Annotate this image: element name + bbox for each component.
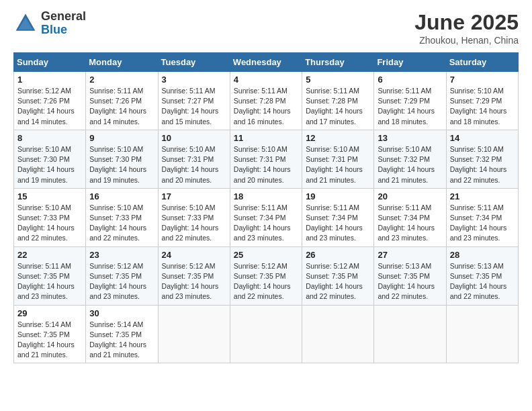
day-number: 26 <box>306 250 370 260</box>
day-info: Sunrise: 5:13 AMSunset: 7:35 PMDaylight:… <box>378 262 435 301</box>
day-number: 2 <box>89 75 154 85</box>
day-info: Sunrise: 5:10 AMSunset: 7:29 PMDaylight:… <box>450 87 507 126</box>
table-row: 23 Sunrise: 5:12 AMSunset: 7:35 PMDaylig… <box>86 246 158 305</box>
calendar-title: June 2025 <box>414 10 519 35</box>
day-number: 16 <box>89 191 154 201</box>
weekday-header-row: Sunday Monday Tuesday Wednesday Thursday… <box>14 53 519 72</box>
table-row: 14 Sunrise: 5:10 AMSunset: 7:32 PMDaylig… <box>446 130 518 188</box>
logo-general-text: General <box>41 10 86 24</box>
day-info: Sunrise: 5:12 AMSunset: 7:35 PMDaylight:… <box>234 262 291 301</box>
calendar-week-row: 15 Sunrise: 5:10 AMSunset: 7:33 PMDaylig… <box>14 188 519 246</box>
day-number: 29 <box>17 308 82 318</box>
logo-text: General Blue <box>41 10 86 37</box>
calendar-week-row: 1 Sunrise: 5:12 AMSunset: 7:26 PMDayligh… <box>14 72 519 130</box>
day-info: Sunrise: 5:11 AMSunset: 7:27 PMDaylight:… <box>162 87 219 126</box>
header-monday: Monday <box>86 53 158 72</box>
calendar-week-row: 8 Sunrise: 5:10 AMSunset: 7:30 PMDayligh… <box>14 130 519 188</box>
day-number: 18 <box>234 191 298 201</box>
table-row: 28 Sunrise: 5:13 AMSunset: 7:35 PMDaylig… <box>446 246 518 305</box>
table-row: 6 Sunrise: 5:11 AMSunset: 7:29 PMDayligh… <box>374 72 446 130</box>
logo-icon <box>13 11 38 36</box>
day-info: Sunrise: 5:11 AMSunset: 7:28 PMDaylight:… <box>234 87 291 126</box>
calendar-week-row: 22 Sunrise: 5:11 AMSunset: 7:35 PMDaylig… <box>14 246 519 305</box>
table-row: 21 Sunrise: 5:11 AMSunset: 7:34 PMDaylig… <box>446 188 518 246</box>
day-info: Sunrise: 5:10 AMSunset: 7:30 PMDaylight:… <box>17 145 75 184</box>
day-info: Sunrise: 5:10 AMSunset: 7:31 PMDaylight:… <box>306 145 363 184</box>
day-number: 21 <box>450 191 515 201</box>
table-row: 17 Sunrise: 5:10 AMSunset: 7:33 PMDaylig… <box>158 188 230 246</box>
day-info: Sunrise: 5:12 AMSunset: 7:35 PMDaylight:… <box>162 262 219 301</box>
table-row: 29 Sunrise: 5:14 AMSunset: 7:35 PMDaylig… <box>14 305 86 363</box>
day-info: Sunrise: 5:13 AMSunset: 7:35 PMDaylight:… <box>450 262 507 301</box>
header-friday: Friday <box>374 53 446 72</box>
table-row: 12 Sunrise: 5:10 AMSunset: 7:31 PMDaylig… <box>302 130 374 188</box>
day-info: Sunrise: 5:10 AMSunset: 7:33 PMDaylight:… <box>17 203 75 242</box>
table-row: 25 Sunrise: 5:12 AMSunset: 7:35 PMDaylig… <box>230 246 302 305</box>
day-info: Sunrise: 5:11 AMSunset: 7:26 PMDaylight:… <box>89 87 146 126</box>
day-number: 15 <box>17 191 82 201</box>
day-info: Sunrise: 5:10 AMSunset: 7:33 PMDaylight:… <box>162 203 219 242</box>
day-info: Sunrise: 5:11 AMSunset: 7:34 PMDaylight:… <box>306 203 363 242</box>
logo-blue-text: Blue <box>41 24 86 37</box>
day-number: 10 <box>162 133 226 143</box>
day-info: Sunrise: 5:11 AMSunset: 7:34 PMDaylight:… <box>450 203 507 242</box>
day-number: 6 <box>378 75 442 85</box>
table-row: 2 Sunrise: 5:11 AMSunset: 7:26 PMDayligh… <box>86 72 158 130</box>
day-number: 27 <box>378 250 442 260</box>
day-info: Sunrise: 5:10 AMSunset: 7:33 PMDaylight:… <box>89 203 146 242</box>
day-number: 25 <box>234 250 298 260</box>
day-number: 17 <box>162 191 226 201</box>
day-number: 28 <box>450 250 515 260</box>
calendar-subtitle: Zhoukou, Henan, China <box>414 35 519 46</box>
table-row: 16 Sunrise: 5:10 AMSunset: 7:33 PMDaylig… <box>86 188 158 246</box>
table-row: 3 Sunrise: 5:11 AMSunset: 7:27 PMDayligh… <box>158 72 230 130</box>
table-row <box>158 305 230 363</box>
day-info: Sunrise: 5:12 AMSunset: 7:26 PMDaylight:… <box>17 87 75 126</box>
table-row: 10 Sunrise: 5:10 AMSunset: 7:31 PMDaylig… <box>158 130 230 188</box>
day-info: Sunrise: 5:14 AMSunset: 7:35 PMDaylight:… <box>89 320 146 359</box>
title-block: June 2025 Zhoukou, Henan, China <box>414 10 519 46</box>
table-row: 24 Sunrise: 5:12 AMSunset: 7:35 PMDaylig… <box>158 246 230 305</box>
table-row <box>230 305 302 363</box>
day-info: Sunrise: 5:11 AMSunset: 7:28 PMDaylight:… <box>306 87 363 126</box>
day-info: Sunrise: 5:10 AMSunset: 7:32 PMDaylight:… <box>378 145 435 184</box>
calendar-table: Sunday Monday Tuesday Wednesday Thursday… <box>13 52 519 363</box>
day-number: 22 <box>17 250 82 260</box>
calendar-week-row: 29 Sunrise: 5:14 AMSunset: 7:35 PMDaylig… <box>14 305 519 363</box>
header-sunday: Sunday <box>14 53 86 72</box>
table-row: 30 Sunrise: 5:14 AMSunset: 7:35 PMDaylig… <box>86 305 158 363</box>
day-info: Sunrise: 5:11 AMSunset: 7:29 PMDaylight:… <box>378 87 435 126</box>
day-info: Sunrise: 5:10 AMSunset: 7:31 PMDaylight:… <box>162 145 219 184</box>
table-row: 8 Sunrise: 5:10 AMSunset: 7:30 PMDayligh… <box>14 130 86 188</box>
table-row: 4 Sunrise: 5:11 AMSunset: 7:28 PMDayligh… <box>230 72 302 130</box>
table-row: 18 Sunrise: 5:11 AMSunset: 7:34 PMDaylig… <box>230 188 302 246</box>
header-saturday: Saturday <box>446 53 518 72</box>
day-info: Sunrise: 5:14 AMSunset: 7:35 PMDaylight:… <box>17 320 75 359</box>
day-number: 3 <box>162 75 226 85</box>
day-info: Sunrise: 5:11 AMSunset: 7:34 PMDaylight:… <box>378 203 435 242</box>
day-number: 19 <box>306 191 370 201</box>
day-number: 4 <box>234 75 298 85</box>
day-number: 23 <box>89 250 154 260</box>
logo: General Blue <box>13 10 86 37</box>
day-number: 24 <box>162 250 226 260</box>
day-number: 11 <box>234 133 298 143</box>
day-info: Sunrise: 5:12 AMSunset: 7:35 PMDaylight:… <box>89 262 146 301</box>
header: General Blue June 2025 Zhoukou, Henan, C… <box>13 10 519 46</box>
day-number: 9 <box>89 133 154 143</box>
table-row <box>302 305 374 363</box>
header-thursday: Thursday <box>302 53 374 72</box>
table-row: 22 Sunrise: 5:11 AMSunset: 7:35 PMDaylig… <box>14 246 86 305</box>
table-row: 19 Sunrise: 5:11 AMSunset: 7:34 PMDaylig… <box>302 188 374 246</box>
day-info: Sunrise: 5:10 AMSunset: 7:30 PMDaylight:… <box>89 145 146 184</box>
table-row: 7 Sunrise: 5:10 AMSunset: 7:29 PMDayligh… <box>446 72 518 130</box>
table-row: 26 Sunrise: 5:12 AMSunset: 7:35 PMDaylig… <box>302 246 374 305</box>
table-row: 13 Sunrise: 5:10 AMSunset: 7:32 PMDaylig… <box>374 130 446 188</box>
table-row: 5 Sunrise: 5:11 AMSunset: 7:28 PMDayligh… <box>302 72 374 130</box>
header-wednesday: Wednesday <box>230 53 302 72</box>
table-row: 1 Sunrise: 5:12 AMSunset: 7:26 PMDayligh… <box>14 72 86 130</box>
day-number: 20 <box>378 191 442 201</box>
day-number: 12 <box>306 133 370 143</box>
day-number: 14 <box>450 133 515 143</box>
day-number: 13 <box>378 133 442 143</box>
